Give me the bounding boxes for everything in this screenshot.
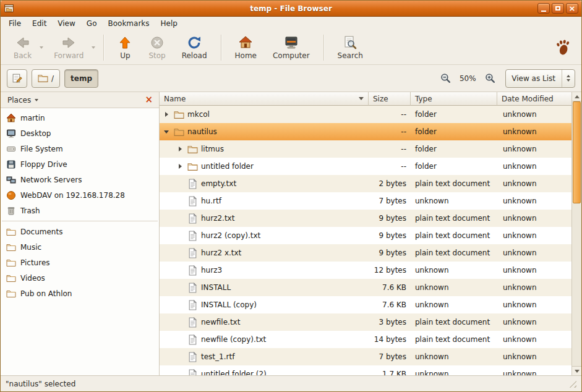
toggle-location-entry-button[interactable] [7,69,27,88]
search-button[interactable]: Search [332,33,369,61]
file-size: -- [369,123,411,140]
view-mode-select[interactable]: View as List [505,69,575,88]
close-button[interactable]: × [566,3,578,14]
sidebar-item-network-servers[interactable]: Network Servers [1,172,159,187]
sidebar-item-videos[interactable]: Videos [1,270,159,286]
sidebar-item-trash[interactable]: Trash [1,203,159,218]
computer-button[interactable]: Computer [267,33,315,61]
titlebar[interactable]: temp - File Browser × [1,1,581,17]
text-file-icon [187,213,198,224]
network-icon [6,175,16,185]
forward-history-dropdown-icon[interactable] [92,46,95,49]
zoom-in-button[interactable] [482,71,497,86]
text-file-icon [187,248,198,258]
maximize-button[interactable] [552,3,564,14]
forward-button[interactable]: Forward [48,33,89,61]
minimize-icon [541,11,546,12]
menu-file[interactable]: File [3,17,27,30]
sidebar-item-pictures[interactable]: Pictures [1,255,159,270]
file-browser-icon[interactable] [4,3,14,14]
menu-view[interactable]: View [52,17,80,30]
file-size: 9 bytes [369,227,411,244]
table-row[interactable]: untitled folder (2) 1.7 KB unknown unkno… [160,365,571,375]
zoom-out-button[interactable] [438,71,453,86]
scrollbar-track[interactable] [572,101,581,366]
scroll-down-button[interactable] [572,366,581,375]
menu-go[interactable]: Go [81,17,103,30]
sidebar-item-documents[interactable]: Documents [1,224,159,239]
sidebar-item-label: Network Servers [20,176,82,184]
expander-collapsed-icon[interactable] [176,147,184,151]
close-sidebar-button[interactable]: × [143,95,155,104]
expander-expanded-icon[interactable] [162,130,171,134]
minimize-button[interactable] [537,3,550,14]
name-cell: hurz2 x.txt [160,244,369,262]
table-row[interactable]: mkcol -- folder unknown [160,106,571,123]
sidebar-item-file-system[interactable]: File System [1,141,159,156]
table-row[interactable]: hu.rtf 7 bytes unknown unknown [160,192,571,210]
scroll-up-button[interactable] [572,92,581,101]
back-button[interactable]: Back [8,33,37,61]
column-header-type[interactable]: Type [411,92,497,106]
folder-icon [174,127,184,137]
sidebar-item-pub-on-athlon[interactable]: Pub on Athlon [1,286,159,301]
sidebar-item-music[interactable]: Music [1,239,159,255]
table-row[interactable]: hurz3 12 bytes unknown unknown [160,262,571,279]
text-file-icon [187,265,198,276]
menu-bookmarks[interactable]: Bookmarks [102,17,155,30]
file-type: unknown [411,279,497,296]
file-type: plain text document [411,244,497,262]
vertical-scrollbar[interactable] [571,92,581,375]
table-row[interactable]: litmus -- folder unknown [160,140,571,158]
sidebar-item-martin[interactable]: martin [1,110,159,126]
table-row[interactable]: hurz2 x.txt 9 bytes plain text document … [160,244,571,262]
table-row[interactable]: hurz2.txt 9 bytes plain text document un… [160,210,571,227]
file-name: nautilus [187,127,217,136]
name-cell: nautilus [160,123,369,140]
resize-grip[interactable] [568,380,576,388]
table-row[interactable]: INSTALL (copy) 7.6 KB unknown unknown [160,296,571,313]
close-panel-icon: × [145,94,153,105]
gnome-foot-icon [554,39,571,56]
sidebar-panel-selector[interactable]: Places [5,95,41,106]
file-type: unknown [411,262,497,279]
path-button-temp[interactable]: temp [64,69,98,88]
back-history-dropdown-icon[interactable] [40,46,43,49]
menu-help[interactable]: Help [155,17,183,30]
up-button[interactable]: Up [112,33,138,61]
name-cell: INSTALL [160,279,369,296]
reload-button[interactable]: Reload [176,33,213,61]
name-cell: hurz2.txt [160,210,369,227]
table-row[interactable]: empty.txt 2 bytes plain text document un… [160,175,571,192]
file-modified: unknown [497,331,571,348]
table-row[interactable]: test_1.rtf 7 bytes unknown unknown [160,348,571,365]
search-label: Search [338,52,363,59]
file-browser-window: temp - File Browser × File Edit View Go … [0,0,582,392]
name-cell: untitled folder [160,158,369,175]
file-size: 7.6 KB [369,279,411,296]
home-button[interactable]: Home [229,33,262,61]
file-name: hurz2.txt [201,214,234,223]
path-button-root[interactable]: / [32,69,60,88]
table-row[interactable]: untitled folder -- folder unknown [160,158,571,175]
table-row[interactable]: newfile (copy).txt 14 bytes plain text d… [160,331,571,348]
sidebar-item-desktop[interactable]: Desktop [1,126,159,141]
sidebar-item-floppy-drive[interactable]: Floppy Drive [1,156,159,172]
expander-collapsed-icon[interactable] [162,112,171,117]
expander-collapsed-icon[interactable] [176,164,184,169]
column-header-size[interactable]: Size [369,92,411,106]
table-row[interactable]: INSTALL 7.6 KB unknown unknown [160,279,571,296]
table-row-selected[interactable]: nautilus -- folder unknown [160,123,571,140]
scrollbar-thumb[interactable] [573,101,581,203]
sidebar-item-webdav[interactable]: WebDAV on 192.168.178.28 [1,187,159,203]
table-row[interactable]: newfile.txt 3 bytes plain text document … [160,313,571,331]
menu-edit[interactable]: Edit [27,17,52,30]
column-header-date-modified[interactable]: Date Modified [497,92,571,106]
file-size: 9 bytes [369,244,411,262]
column-header-name[interactable]: Name [160,92,369,106]
stop-button[interactable]: Stop [143,33,171,61]
folder-icon [187,144,198,155]
table-row[interactable]: hurz2 (copy).txt 9 bytes plain text docu… [160,227,571,244]
window-controls: × [537,3,578,14]
file-modified: unknown [497,158,571,175]
